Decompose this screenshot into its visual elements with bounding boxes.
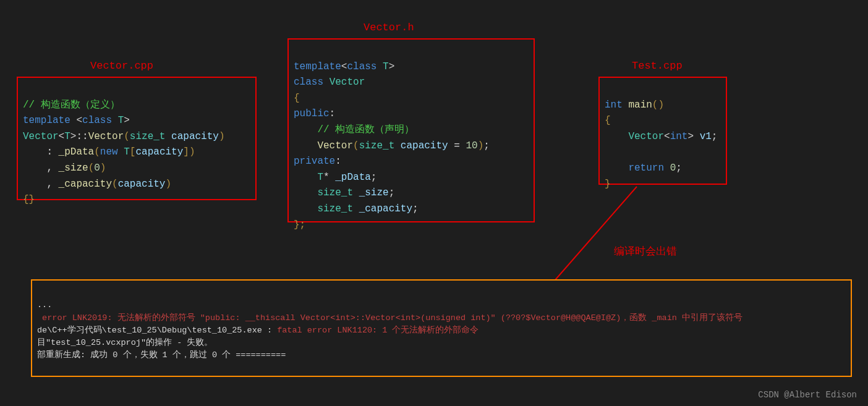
error-line: error LNK2019: 无法解析的外部符号 "public: __this… [37, 313, 742, 323]
code-text: < [664, 131, 670, 142]
code-text: T [118, 115, 124, 126]
codebox-vector-h: template<class T> class Vector { public:… [287, 38, 535, 222]
code-text: T [317, 172, 323, 183]
code-text: ) [478, 140, 484, 151]
error-line: fatal error LNK1120: 1 个无法解析的外部命令 [277, 326, 479, 335]
code-text: _capacity [359, 203, 412, 214]
codebox-test-cpp: int main() { Vector<int> v1; return 0; } [598, 77, 727, 185]
code-text: , [46, 163, 58, 174]
code-text: 0 [94, 163, 100, 174]
code-text: T [383, 61, 389, 72]
code-text: return [628, 163, 664, 174]
code-text: : [46, 146, 58, 158]
error-line: de\C++学习代码\test_10_25\Debug\test_10_25.e… [37, 326, 277, 335]
code-text [605, 146, 611, 158]
code-text: ) [189, 146, 195, 158]
code-text: = [448, 140, 466, 151]
code-text: capacity [171, 131, 219, 142]
code-text: v1 [700, 131, 712, 142]
code-text: capacity [135, 146, 183, 158]
error-line: 部重新生成: 成功 0 个，失败 1 个，跳过 0 个 ========== [37, 350, 286, 360]
code-text: _pData [59, 146, 95, 158]
code-text: * [323, 172, 335, 183]
code-text: { [294, 93, 300, 104]
code-text: } [605, 179, 611, 190]
label-vector-cpp: Vector.cpp [90, 60, 153, 72]
label-test-cpp: Test.cpp [632, 60, 683, 72]
watermark: CSDN @Albert Edison [758, 390, 857, 400]
code-text: size_t [359, 140, 395, 151]
code-text: _pData [335, 172, 371, 183]
code-text: ; [389, 187, 395, 198]
code-text: int [670, 131, 688, 142]
code-text: ] [183, 146, 189, 158]
code-text: class [347, 61, 377, 72]
code-text: ) [219, 131, 225, 142]
code-text: T [64, 131, 70, 142]
code-text: ( [124, 131, 130, 142]
code-text: size_t [130, 131, 166, 142]
code-text: < [76, 115, 82, 126]
code-text: 10 [466, 140, 477, 151]
code-text: main [628, 99, 652, 111]
error-line: 目"test_10_25.vcxproj"的操作 - 失败。 [37, 338, 213, 347]
code-text: : [335, 156, 341, 167]
code-text: class [294, 77, 323, 88]
codebox-vector-cpp: // 构造函数（定义） template <class T> Vector<T>… [17, 77, 257, 200]
code-text: Vector [317, 140, 353, 151]
code-text: ; [676, 163, 682, 174]
code-text: ( [94, 146, 100, 158]
code-text: Vector [88, 131, 124, 142]
code-text: ( [112, 179, 118, 190]
error-line: ... [37, 300, 52, 310]
code-text: // 构造函数（声明） [294, 124, 414, 135]
code-text: , [46, 179, 58, 190]
label-vector-h: Vector.h [364, 22, 414, 33]
code-text: >:: [70, 131, 88, 142]
code-text: _capacity [59, 179, 112, 190]
code-text: > [687, 131, 699, 142]
code-text: new [100, 146, 118, 158]
annotation-compile-error: 编译时会出错 [614, 244, 677, 258]
code-text: Vector [628, 131, 664, 142]
code-text: > [389, 61, 395, 72]
code-text: {} [23, 194, 35, 205]
code-text: ) [165, 179, 171, 190]
code-text: ; [371, 172, 377, 183]
code-text: class [82, 115, 112, 126]
code-text: // 构造函数（定义） [23, 99, 120, 111]
code-text: ( [353, 140, 359, 151]
code-text: < [59, 131, 65, 142]
code-text: size_t [317, 187, 353, 198]
code-text: () [652, 99, 664, 111]
code-text: : [330, 108, 336, 119]
code-text: ) [100, 163, 106, 174]
code-text: capacity [118, 179, 166, 190]
code-text: template [23, 115, 70, 126]
code-text: { [605, 115, 611, 126]
code-text: _size [59, 163, 88, 174]
code-text: > [124, 115, 130, 126]
code-text: }; [294, 219, 305, 230]
code-text: ; [483, 140, 490, 151]
code-text: ; [412, 203, 419, 214]
code-text: capacity [401, 140, 448, 151]
code-text: private [294, 156, 335, 167]
code-text: T [124, 146, 130, 158]
code-text: Vector [23, 131, 59, 142]
code-text: template [294, 61, 341, 72]
code-text: ( [88, 163, 95, 174]
code-text: Vector [330, 77, 365, 88]
code-text: ; [712, 131, 718, 142]
code-text: int [605, 99, 623, 111]
code-text: < [341, 61, 347, 72]
error-output-box: ... error LNK2019: 无法解析的外部符号 "public: __… [31, 279, 852, 377]
code-text: _size [359, 187, 389, 198]
code-text: size_t [317, 203, 353, 214]
code-text: 0 [670, 163, 676, 174]
code-text: public [294, 108, 330, 119]
